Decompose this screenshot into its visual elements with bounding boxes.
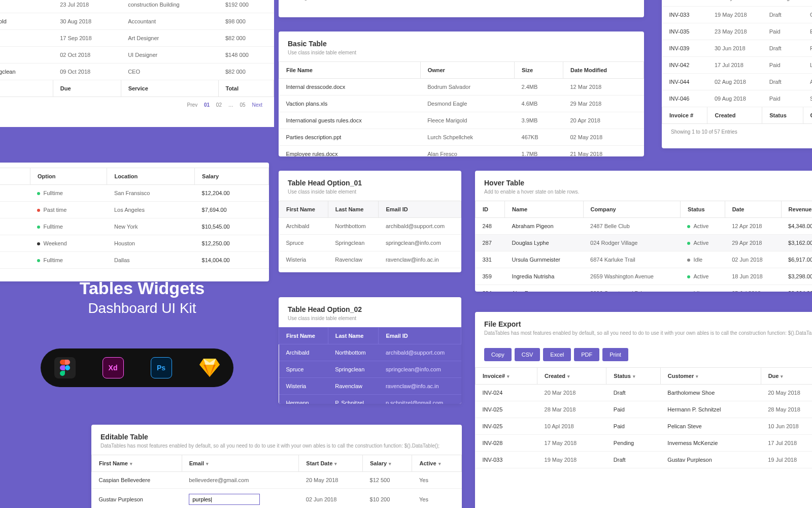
invoices-partial: INV-02817 May 2018PendingInINV-03319 May… xyxy=(662,0,812,148)
table-row[interactable]: 331Ursula Gurnmeister6874 Karluke TrailI… xyxy=(476,251,813,268)
column-header[interactable]: Salary xyxy=(195,168,269,185)
thead-option-1: Table Head Option_01 Use class inside ta… xyxy=(279,171,461,272)
pagination-top[interactable]: Prev 01 02 … 05 Next xyxy=(555,0,635,1)
table-row[interactable]: INV-02528 Mar 2018PaidHermann P. Schnitz… xyxy=(476,401,813,418)
hover-table: Hover Table Add to enable a hover state … xyxy=(475,171,812,292)
entries-bar: Showing 1 to 10 of 57 Entries Prev 01 02… xyxy=(279,0,644,17)
table-row[interactable]: INV-04402 Aug 2018DraftAl xyxy=(662,74,813,90)
column-header[interactable]: Date Modified xyxy=(563,62,644,79)
table-row[interactable]: Parties description.pptLurch Schpellchek… xyxy=(279,129,644,146)
status-dot xyxy=(37,192,40,195)
column-header[interactable]: Last Name xyxy=(328,201,379,218)
column-header[interactable]: Company xyxy=(0,168,30,185)
table-row[interactable]: INV-02420 Mar 2018DraftBartholomew Shoe2… xyxy=(476,385,813,401)
column-header[interactable]: Last Name xyxy=(328,328,379,344)
column-header[interactable]: Email ID xyxy=(379,328,461,344)
column-header[interactable]: Active xyxy=(412,455,462,472)
app-icons-pill: Xd Ps xyxy=(41,348,233,387)
status-dot xyxy=(37,242,40,245)
table-row[interactable]: INV-03319 May 2018DraftGu xyxy=(662,7,813,23)
table-row[interactable]: 287Douglas Lyphe024 Rodger VillageActive… xyxy=(476,235,813,251)
table-row[interactable]: SpruceSpringcleanspringclean@info.com xyxy=(279,361,461,378)
column-header[interactable]: Created xyxy=(537,368,606,385)
table-row[interactable]: 394Alan Fresco3996 Sweetwood DriveIdle05… xyxy=(476,285,813,292)
export-pdf-button[interactable]: PDF xyxy=(574,348,599,361)
svg-point-0 xyxy=(65,365,70,370)
table-row[interactable]: DSMPast timeLos Angeles$7,694.00 xyxy=(0,202,269,218)
table-row[interactable]: StylbendeFulltimeDallas$14,004.00 xyxy=(0,252,269,269)
export-print-button[interactable]: Print xyxy=(602,348,628,361)
table-row[interactable]: INV-04217 Jul 2018PaidLa xyxy=(662,57,813,74)
column-header[interactable]: Date xyxy=(725,201,781,218)
column-header[interactable]: Company xyxy=(583,201,680,218)
table-row[interactable]: International guests rules.docxFleece Ma… xyxy=(279,112,644,129)
table-row[interactable]: INV-03319 May 2018DraftGustav Purpleson1… xyxy=(476,452,813,468)
table-row[interactable]: ArchibaldNorthbottomarchibald@support.co… xyxy=(279,344,461,361)
export-csv-button[interactable]: CSV xyxy=(515,348,540,361)
export-excel-button[interactable]: Excel xyxy=(543,348,571,361)
table-row[interactable]: INV-02817 May 2018PendingInverness McKen… xyxy=(476,435,813,452)
table-row[interactable]: RhapsodyWeekendHouston$12,250.00 xyxy=(0,235,269,252)
table-row[interactable]: HermannP. Schnitzelp.schnitzel@gmail.com xyxy=(279,395,461,404)
table-row[interactable]: HermannP. Schnitzelp.schnitzel@gmail.com xyxy=(279,268,461,273)
basic-sub: Use class inside table element xyxy=(279,50,644,61)
table-row[interactable]: INV-02817 May 2018PendingIn xyxy=(662,0,813,7)
column-header[interactable]: ID xyxy=(476,201,505,218)
promo: Tables Widgets Dashboard UI Kit xyxy=(51,278,233,316)
table-row[interactable]: WisteriaRavenclawravenclaw@info.ac.in xyxy=(279,251,461,268)
sketch-icon xyxy=(199,357,220,378)
email-input[interactable] xyxy=(189,494,260,505)
basic-table: Basic Table Use class inside table eleme… xyxy=(279,31,644,156)
table-row[interactable]: INV-03523 May 2018PaidEl xyxy=(662,23,813,40)
table-row[interactable]: Internal dresscode.docxBodrum Salvador2.… xyxy=(279,79,644,96)
column-header[interactable]: Invoice# xyxy=(476,368,537,385)
column-header[interactable]: Due xyxy=(761,368,812,385)
file-export: File Export DataTables has most features… xyxy=(475,312,812,508)
column-header[interactable]: Option xyxy=(30,168,107,185)
table-row[interactable]: CybneticsFulltimeSan Fransisco$12,204.00 xyxy=(0,185,269,202)
companies-table: CompanyOptionLocationSalaryCybneticsFull… xyxy=(0,163,269,281)
column-header[interactable]: Status xyxy=(680,201,725,218)
table-row[interactable]: Caspian Bellevederebellevedere@gmail.com… xyxy=(92,472,462,489)
table-row[interactable]: WisteriaRavenclawravenclaw@info.ac.in xyxy=(279,378,461,395)
promo-title: Tables Widgets xyxy=(51,278,233,298)
table-row[interactable]: Fleece Marigold30 Aug 2018Accountant$98 … xyxy=(0,13,274,30)
table-row[interactable]: Lance Bogrol17 Sep 2018Art Designer$82 0… xyxy=(0,30,274,47)
pagination[interactable]: Prev 01 02 … 05 Next xyxy=(185,102,265,108)
table-row[interactable]: INV-04609 Aug 2018PaidSp xyxy=(662,90,813,107)
status-dot xyxy=(37,259,40,262)
column-header[interactable]: Customer xyxy=(660,368,761,385)
column-header[interactable]: Location xyxy=(107,168,195,185)
column-header[interactable]: First Name xyxy=(279,201,328,218)
column-header[interactable]: Size xyxy=(515,62,563,79)
column-header[interactable]: Revenue xyxy=(781,201,812,218)
column-header[interactable]: First Name xyxy=(279,328,328,344)
table-row[interactable]: Gustav Purpleson02 Jun 2018$10 200Yes xyxy=(92,489,462,509)
export-buttons: CopyCSVExcelPDFPrint xyxy=(475,342,812,367)
status-dot xyxy=(687,275,690,278)
table-row[interactable]: SpruceSpringcleanspringclean@info.com xyxy=(279,235,461,251)
table-row[interactable]: INV-02510 Apl 2018PaidPelican Steve10 Ju… xyxy=(476,418,813,435)
table-row[interactable]: Vaction plans.xlsDesmond Eagle4.6MB29 Ma… xyxy=(279,96,644,112)
column-header[interactable]: Name xyxy=(505,201,584,218)
column-header[interactable]: Salary xyxy=(363,455,412,472)
table-row[interactable]: JacksGapFulltimeNew York$10,545.00 xyxy=(0,218,269,235)
column-header[interactable]: Owner xyxy=(420,62,514,79)
table-row[interactable]: ArchibaldNorthbottomarchibald@support.co… xyxy=(279,218,461,235)
column-header[interactable]: Email xyxy=(182,455,299,472)
table-row[interactable]: Employee rules.docxAlan Fresco1.7MB21 Ma… xyxy=(279,146,644,157)
export-copy-button[interactable]: Copy xyxy=(484,348,512,361)
table-row[interactable]: 359Ingredia Nutrisha2659 Washington Aven… xyxy=(476,268,813,285)
column-header[interactable]: Email ID xyxy=(379,201,461,218)
employees-table: Gustav Purpleson19 Jul 2018UX Designer$1… xyxy=(0,0,274,122)
table-row[interactable]: Alan Fresco02 Oct 2018UI Designer$148 00… xyxy=(0,47,274,64)
column-header[interactable]: Status xyxy=(606,368,661,385)
table-row[interactable]: Spruce Springclean09 Oct 2018CEO$82 000 xyxy=(0,64,274,80)
table-row[interactable]: 248Abraham Pigeon2487 Belle ClubActive12… xyxy=(476,218,813,235)
status-dot xyxy=(37,226,40,229)
column-header[interactable]: First Name xyxy=(92,455,182,472)
column-header[interactable]: File Name xyxy=(279,62,421,79)
table-row[interactable]: Eleanor Fant23 Jul 2018construction Buil… xyxy=(0,0,274,13)
table-row[interactable]: INV-03930 Jun 2018DraftFl xyxy=(662,40,813,57)
column-header[interactable]: Start Date xyxy=(299,455,363,472)
